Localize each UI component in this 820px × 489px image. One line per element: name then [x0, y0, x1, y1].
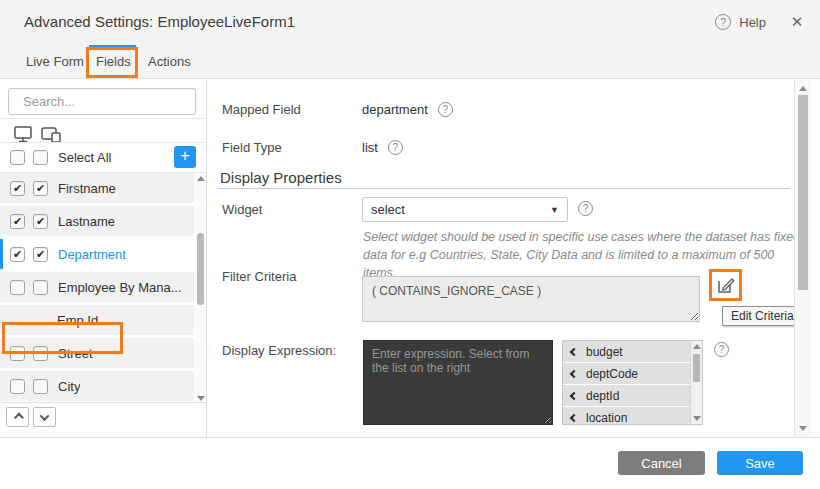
scrollbar-thumb[interactable] [693, 354, 700, 382]
display-expression-textarea[interactable] [363, 340, 553, 425]
field-row-firstname[interactable]: Firstname [0, 173, 194, 203]
mobile-checkbox[interactable] [33, 280, 48, 295]
mobile-checkbox[interactable] [33, 214, 48, 229]
field-row-city[interactable]: City [0, 371, 194, 401]
field-row-department[interactable]: Department [0, 239, 194, 269]
edit-icon [716, 275, 736, 295]
dialog-title: Advanced Settings: EmployeeLiveForm1 [24, 13, 295, 30]
field-label: Emp Id [57, 313, 98, 328]
field-label: Lastname [58, 214, 115, 229]
scrollbar-thumb[interactable] [798, 95, 808, 290]
mobile-checkbox[interactable] [33, 379, 48, 394]
search-box[interactable] [8, 88, 196, 115]
main-panel-scrollbar[interactable] [794, 80, 811, 437]
scroll-up-icon[interactable] [799, 86, 807, 91]
scrollbar-thumb[interactable] [197, 233, 204, 305]
add-field-button[interactable]: + [174, 146, 196, 168]
expression-field-deptid[interactable]: deptId [563, 385, 691, 406]
desktop-checkbox[interactable] [10, 346, 25, 361]
move-field-down-button[interactable] [33, 407, 56, 427]
display-expression-label: Display Expression: [222, 343, 336, 358]
widget-label: Widget [222, 202, 262, 217]
desktop-checkbox[interactable] [10, 214, 25, 229]
scroll-down-icon[interactable] [197, 396, 205, 401]
save-button[interactable]: Save [717, 451, 803, 475]
chevron-left-icon [570, 369, 578, 377]
dropdown-arrow-icon: ▼ [550, 205, 559, 215]
edit-criteria-tooltip: Edit Criteria [722, 306, 794, 326]
help-icon[interactable] [715, 14, 731, 30]
expression-list-scrollbar[interactable] [690, 341, 702, 424]
cancel-button[interactable]: Cancel [618, 451, 705, 475]
select-all-label: Select All [58, 150, 111, 165]
sidebar-scrollbar[interactable] [195, 173, 206, 403]
field-label: Street [58, 346, 93, 361]
select-all-mobile-checkbox[interactable] [33, 150, 48, 165]
filter-criteria-textarea[interactable]: ( CONTAINS_IGNORE_CASE ) [362, 276, 700, 322]
dialog-footer: Cancel Save [0, 437, 820, 489]
tab-bar: Live Form Fields Actions [0, 44, 820, 79]
mapped-field-value: department [362, 102, 428, 117]
desktop-checkbox[interactable] [10, 379, 25, 394]
expression-field-deptcode[interactable]: deptCode [563, 363, 691, 384]
field-label: Employee By Mana... [58, 280, 182, 295]
mapped-field-label: Mapped Field [222, 102, 301, 117]
desktop-view-icon[interactable] [14, 126, 33, 143]
mobile-checkbox[interactable] [33, 247, 48, 262]
help-link[interactable]: Help [739, 15, 766, 30]
desktop-checkbox[interactable] [10, 280, 25, 295]
move-field-up-button[interactable] [6, 407, 29, 427]
field-type-help-icon[interactable] [388, 140, 403, 155]
close-icon[interactable] [788, 13, 806, 31]
expression-field-label: deptId [586, 389, 619, 403]
scroll-down-icon[interactable] [693, 416, 701, 421]
field-type-value: list [362, 140, 378, 155]
section-divider [218, 188, 790, 189]
desktop-checkbox[interactable] [10, 181, 25, 196]
dialog-header: Advanced Settings: EmployeeLiveForm1 Hel… [0, 0, 820, 44]
select-all-desktop-checkbox[interactable] [10, 150, 25, 165]
widget-select-value: select [371, 202, 550, 217]
tab-fields[interactable]: Fields [96, 44, 131, 79]
desktop-checkbox[interactable] [10, 247, 25, 262]
mapped-field-help-icon[interactable] [438, 102, 453, 117]
field-row-employee-by-manager[interactable]: Employee By Mana... [0, 272, 194, 302]
edit-criteria-button[interactable] [714, 273, 738, 297]
scroll-up-icon[interactable] [197, 176, 205, 181]
field-list: Firstname Lastname Department Employee B… [0, 172, 207, 403]
filter-criteria-label: Filter Criteria [222, 269, 296, 284]
field-row-lastname[interactable]: Lastname [0, 206, 194, 236]
expression-field-location[interactable]: location [563, 407, 691, 425]
expression-field-list: budget deptCode deptId location [562, 340, 703, 425]
field-type-label: Field Type [222, 140, 282, 155]
chevron-up-icon [14, 412, 24, 422]
field-settings-panel: Mapped Field department Field Type list … [208, 80, 794, 437]
chevron-down-icon [40, 411, 50, 421]
tab-actions[interactable]: Actions [148, 44, 191, 79]
display-properties-heading: Display Properties [220, 169, 342, 186]
fields-sidebar: Select All + Firstname Lastname Departme… [0, 80, 207, 437]
chevron-left-icon [570, 347, 578, 355]
mobile-view-icon[interactable] [41, 127, 61, 143]
field-row-street[interactable]: Street [0, 338, 194, 368]
expression-field-label: location [586, 411, 627, 425]
scroll-up-icon[interactable] [693, 344, 701, 349]
widget-select[interactable]: select ▼ [362, 197, 568, 222]
field-label: Firstname [58, 181, 116, 196]
chevron-left-icon [570, 413, 578, 421]
mobile-checkbox[interactable] [33, 346, 48, 361]
expression-field-budget[interactable]: budget [563, 341, 691, 362]
advanced-settings-dialog: Advanced Settings: EmployeeLiveForm1 Hel… [0, 0, 820, 489]
expression-field-label: deptCode [586, 367, 638, 381]
field-label: Department [58, 247, 126, 262]
field-row-emp-id[interactable]: Emp Id [0, 305, 194, 335]
search-input[interactable] [23, 94, 199, 109]
widget-help-icon[interactable] [578, 201, 593, 216]
mobile-checkbox[interactable] [33, 181, 48, 196]
expression-field-label: budget [586, 345, 623, 359]
scroll-down-icon[interactable] [799, 426, 807, 431]
field-label: City [58, 379, 80, 394]
display-expression-help-icon[interactable] [714, 342, 729, 357]
active-tab-indicator [89, 45, 136, 48]
tab-live-form[interactable]: Live Form [26, 44, 84, 79]
